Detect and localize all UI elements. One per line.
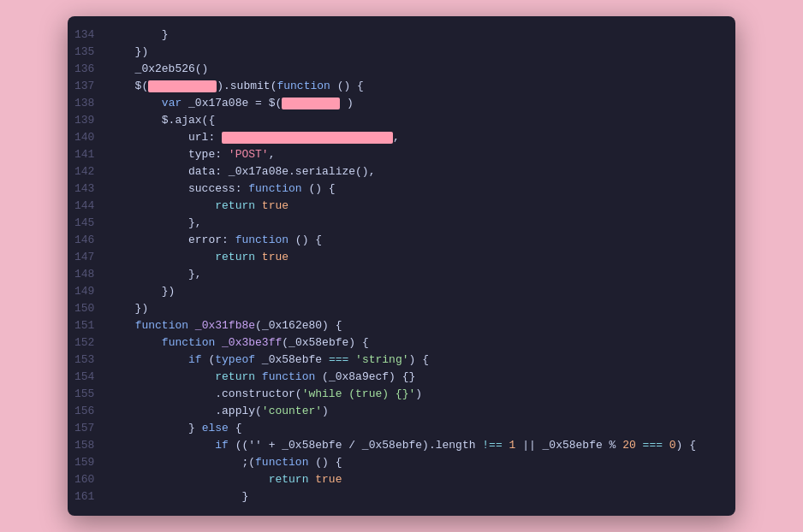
line-number: 153: [68, 352, 108, 369]
code-line: 140 url: ,: [68, 129, 735, 146]
redacted-text: [222, 132, 393, 144]
code-token: if: [215, 439, 229, 452]
code-token: _0x17a08e = $(: [181, 97, 282, 109]
code-token: [255, 370, 262, 383]
code-token: function: [248, 182, 301, 195]
code-token: [108, 370, 215, 383]
line-content: var _0x17a08e = $( ): [108, 95, 735, 112]
code-token: 'counter': [262, 405, 322, 417]
line-number: 147: [68, 249, 108, 266]
line-content: error: function () {: [108, 232, 735, 249]
code-line: 142 data: _0x17a08e.serialize(),: [68, 163, 735, 180]
code-token: 'while (true) {}': [302, 387, 416, 400]
code-token: {: [229, 422, 242, 434]
line-number: 142: [68, 163, 108, 180]
code-token: [215, 336, 222, 349]
code-token: () {: [308, 456, 342, 469]
code-line: 146 error: function () {: [68, 232, 735, 249]
line-number: 159: [68, 454, 108, 471]
line-number: 145: [68, 215, 108, 232]
line-content: data: _0x17a08e.serialize(),: [108, 163, 735, 180]
code-token: _0x58ebfe: [255, 353, 329, 366]
code-token: $.ajax({: [108, 114, 215, 127]
code-token: function: [135, 319, 188, 332]
line-content: if (typeof _0x58ebfe === 'string') {: [108, 352, 735, 369]
code-token: _0x3be3ff: [222, 336, 282, 349]
code-token: true: [262, 251, 288, 263]
code-token: _0x2eb526(): [108, 62, 208, 75]
line-content: if (('' + _0x58ebfe / _0x58ebfe).length …: [108, 437, 735, 454]
code-token: [108, 336, 161, 349]
code-line: 153 if (typeof _0x58ebfe === 'string') {: [68, 352, 735, 369]
code-token: [188, 319, 195, 332]
line-content: } else {: [108, 420, 735, 437]
code-token: url:: [108, 131, 222, 144]
line-number: 161: [68, 488, 108, 505]
line-content: $.ajax({: [108, 112, 735, 129]
line-number: 154: [68, 369, 108, 386]
code-token: }: [108, 28, 168, 41]
line-content: _0x2eb526(): [108, 61, 735, 78]
code-token: return: [269, 473, 309, 486]
code-line: 136 _0x2eb526(): [68, 61, 735, 78]
code-line: 134 }: [68, 27, 735, 44]
line-content: .apply('counter'): [108, 403, 735, 420]
code-token: },: [108, 216, 201, 229]
code-token: ) {: [676, 439, 696, 452]
code-token: ) {: [409, 353, 429, 366]
code-token: true: [262, 199, 288, 212]
code-token: type:: [108, 148, 228, 161]
code-token: var: [162, 97, 181, 109]
code-token: () {: [330, 80, 364, 92]
code-token: (_0x8a9ecf) {}: [315, 370, 415, 383]
code-token: [255, 199, 262, 212]
code-token: return: [215, 251, 255, 263]
line-content: return true: [108, 249, 735, 266]
code-token: [108, 319, 134, 332]
line-content: ;(function () {: [108, 454, 735, 471]
code-line: 158 if (('' + _0x58ebfe / _0x58ebfe).len…: [68, 437, 735, 454]
line-content: function _0x3be3ff(_0x58ebfe) {: [108, 334, 735, 352]
line-content: }): [108, 300, 735, 317]
code-token: }: [108, 422, 201, 434]
code-token: 'string': [355, 353, 408, 366]
line-content: type: 'POST',: [108, 146, 735, 163]
line-content: return function (_0x8a9ecf) {}: [108, 369, 735, 386]
code-token: () {: [288, 233, 322, 246]
code-token: function: [162, 336, 215, 349]
code-token: }: [108, 490, 248, 503]
code-line: 154 return function (_0x8a9ecf) {}: [68, 369, 735, 386]
line-number: 148: [68, 266, 108, 283]
code-token: [255, 251, 262, 263]
code-token: 0: [669, 439, 676, 452]
code-token: if: [188, 353, 202, 366]
code-token: _0x31fb8e: [195, 319, 255, 332]
code-line: 151 function _0x31fb8e(_0x162e80) {: [68, 317, 735, 334]
code-line: 135 }): [68, 44, 735, 61]
line-number: 137: [68, 78, 108, 95]
code-token: }): [108, 285, 175, 298]
redacted-text: [282, 98, 340, 109]
code-token: [348, 353, 355, 366]
code-line: 139 $.ajax({: [68, 112, 735, 129]
code-token: [108, 97, 161, 109]
code-editor: 134 }135 })136 _0x2eb526()137 $( ).submi…: [68, 16, 735, 516]
code-token: ;(: [108, 456, 255, 469]
line-number: 152: [68, 334, 108, 352]
line-number: 157: [68, 420, 108, 437]
line-number: 160: [68, 471, 108, 488]
code-line: 157 } else {: [68, 420, 735, 437]
code-token: ): [415, 387, 422, 400]
line-number: 141: [68, 146, 108, 163]
code-token: ===: [329, 353, 348, 366]
code-token: 'POST': [229, 148, 269, 161]
line-number: 136: [68, 61, 108, 78]
line-content: return true: [108, 198, 735, 215]
code-token: [503, 439, 509, 452]
code-token: (_0x162e80) {: [255, 319, 342, 332]
line-number: 144: [68, 198, 108, 215]
code-token: true: [315, 473, 342, 486]
code-token: .apply(: [108, 405, 261, 417]
code-token: (: [202, 353, 216, 366]
code-line: 141 type: 'POST',: [68, 146, 735, 163]
